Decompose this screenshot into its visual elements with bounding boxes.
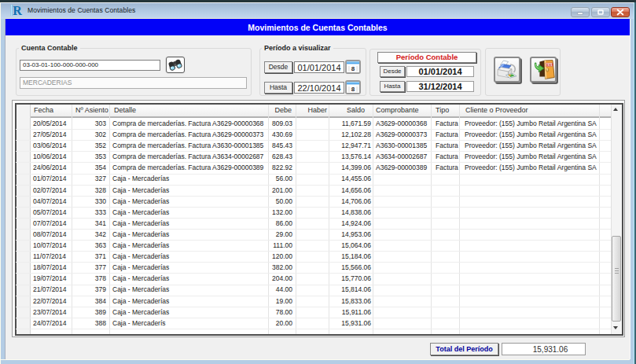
svg-text:EXIT: EXIT xyxy=(546,63,553,67)
svg-text:R: R xyxy=(13,4,22,17)
svg-text:8: 8 xyxy=(351,86,355,93)
svg-text:8: 8 xyxy=(351,65,355,72)
